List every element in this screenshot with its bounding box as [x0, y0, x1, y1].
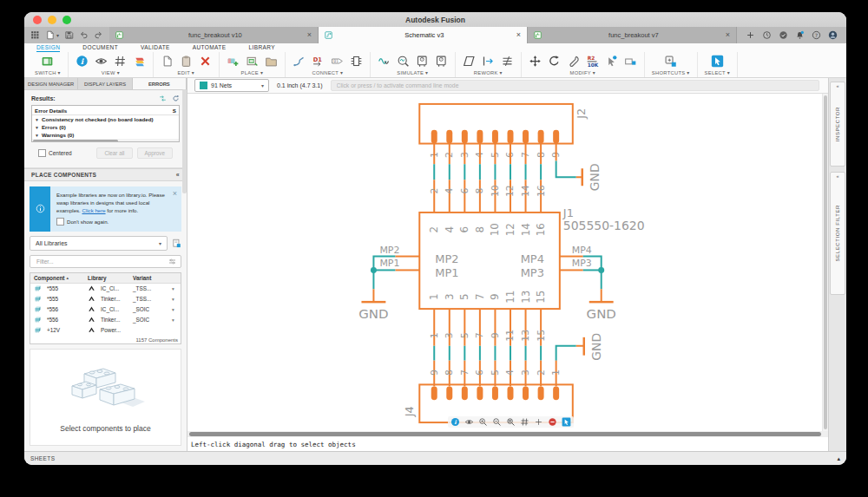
expand-triangle-icon[interactable]: ▼ — [35, 125, 39, 130]
info-icon[interactable]: i — [76, 55, 89, 68]
toolbar-group-label[interactable]: SHORTCUTS ▾ — [652, 70, 690, 75]
close-window-button[interactable] — [33, 16, 42, 24]
panel-tab-errors[interactable]: ERRORS — [133, 78, 187, 89]
menu-design[interactable]: DESIGN — [36, 43, 60, 52]
column-variant[interactable]: Variant — [133, 275, 169, 281]
user-status-icon[interactable] — [779, 30, 788, 40]
canvas-hscrollbar[interactable] — [187, 431, 828, 437]
place-components-header[interactable]: PLACE COMPONENTS « — [24, 168, 187, 181]
expand-sheets-icon[interactable]: ▴ — [837, 455, 840, 462]
sine-wave-icon[interactable] — [378, 55, 391, 68]
select-icon[interactable] — [711, 55, 724, 68]
approve-button[interactable]: Approve — [137, 147, 173, 159]
toolbar-group-label[interactable]: MODIFY ▾ — [570, 70, 595, 75]
menu-validate[interactable]: VALIDATE — [141, 43, 170, 52]
save-icon[interactable] — [64, 30, 74, 40]
panel-tab-design-manager[interactable]: DESIGN MANAGER — [24, 78, 78, 89]
undo-icon[interactable] — [79, 30, 89, 40]
component-row[interactable]: *556 Tinker... _SOIC ▾ — [30, 315, 181, 325]
close-tab-icon[interactable]: × — [307, 31, 312, 39]
component-row[interactable]: +12V Power... — [30, 325, 181, 336]
toolbar-group-label[interactable]: VIEW ▾ — [102, 70, 120, 75]
close-tab-icon[interactable]: × — [516, 31, 521, 39]
menu-library[interactable]: LIBRARY — [248, 43, 275, 52]
component-row[interactable]: *555 Tinker... _TSS... ▾ — [30, 294, 181, 304]
variant-caret-icon[interactable]: ▾ — [169, 297, 177, 302]
approve-errors-icon[interactable] — [159, 95, 167, 102]
notifications-bell-icon[interactable] — [795, 30, 805, 40]
panel-tab-selection-filter[interactable]: «SELECTION FILTER — [830, 172, 845, 295]
toolbar-group-label[interactable]: REWORK ▾ — [474, 70, 503, 75]
banner-link[interactable]: Click here — [82, 207, 105, 213]
delete-icon[interactable] — [199, 55, 212, 68]
expand-triangle-icon[interactable]: ▼ — [35, 133, 39, 138]
select-icon[interactable] — [562, 417, 571, 427]
place-device-icon[interactable] — [246, 55, 259, 68]
toolbar-group-label[interactable]: SIMULATE ▾ — [397, 70, 428, 75]
toolbar-group-label[interactable]: CONNECT ▾ — [312, 70, 343, 75]
zoom-in-icon[interactable] — [478, 417, 488, 427]
wire-icon[interactable] — [293, 55, 306, 68]
variant-caret-icon[interactable]: ▾ — [169, 307, 177, 312]
rotate-icon[interactable] — [548, 55, 561, 68]
multimeter-icon[interactable] — [416, 55, 429, 68]
apps-grid-icon[interactable] — [30, 30, 40, 40]
error-row[interactable]: ▼Errors (0) — [32, 123, 179, 131]
sheets-bar[interactable]: SHEETS ▴ — [24, 451, 846, 465]
probe-icon[interactable] — [397, 55, 410, 68]
name-label-icon[interactable]: D1 — [312, 55, 325, 68]
help-icon[interactable]: ? — [812, 30, 821, 40]
maximize-window-button[interactable] — [62, 16, 71, 24]
job-status-icon[interactable] — [762, 30, 772, 40]
column-library[interactable]: Library — [88, 275, 133, 281]
shortcut-icon[interactable] — [664, 55, 677, 68]
new-document-caret-icon[interactable]: ▾ — [56, 32, 59, 38]
menu-document[interactable]: DOCUMENT — [82, 43, 118, 52]
move-icon[interactable] — [529, 55, 542, 68]
variant-caret-icon[interactable]: ▾ — [169, 317, 177, 323]
new-document-icon[interactable] — [45, 30, 55, 40]
canvas-vscrollbar[interactable] — [822, 94, 828, 431]
eye-icon[interactable] — [95, 55, 108, 68]
pan-icon[interactable] — [534, 417, 543, 427]
multimeter-icon[interactable] — [435, 55, 448, 68]
collapse-panel-icon[interactable]: « — [176, 172, 180, 178]
toolbar-group-label[interactable]: SWITCH ▾ — [35, 70, 61, 75]
document-tab[interactable]: func_breakout v7 × — [528, 27, 737, 43]
net-port-icon[interactable] — [350, 55, 363, 68]
refresh-errors-icon[interactable] — [172, 95, 180, 102]
component-row[interactable]: *556 IC_Cl... _SOIC ▾ — [30, 304, 181, 315]
column-component[interactable]: Component▴ — [34, 275, 88, 281]
copy-icon[interactable] — [161, 55, 174, 68]
toolbar-group-label[interactable]: EDIT ▾ — [178, 70, 194, 75]
wrench-icon[interactable] — [567, 55, 580, 68]
document-tab[interactable]: Schematic v3 × — [319, 27, 528, 43]
filter-input[interactable] — [35, 258, 168, 265]
rename-icon[interactable] — [624, 55, 637, 68]
panel-tab-display-layers[interactable]: DISPLAY LAYERS — [78, 78, 132, 89]
paste-icon[interactable] — [180, 55, 193, 68]
filter-icon[interactable] — [168, 258, 176, 265]
redo-icon[interactable] — [94, 30, 103, 40]
value-stack-icon[interactable]: R210K — [586, 55, 599, 68]
grid-icon[interactable] — [520, 417, 529, 427]
polygon-icon[interactable] — [463, 55, 476, 68]
place-library-icon[interactable] — [265, 55, 278, 68]
document-tab[interactable]: func_breakout v10 × — [109, 27, 319, 43]
zoom-fit-icon[interactable] — [506, 417, 516, 427]
library-select[interactable]: All Libraries ▾ — [30, 236, 168, 251]
open-library-button[interactable] — [172, 239, 181, 248]
panel-tab-inspector[interactable]: «INSPECTOR — [830, 82, 845, 167]
clear-all-button[interactable]: Clear all — [96, 147, 132, 159]
left-panel-scrollbar[interactable] — [182, 89, 187, 193]
menu-automate[interactable]: AUTOMATE — [193, 43, 227, 52]
grid-icon[interactable] — [114, 55, 127, 68]
new-tab-icon[interactable] — [746, 30, 755, 40]
invoke-icon[interactable] — [482, 55, 495, 68]
value-tag-icon[interactable]: 01 — [331, 55, 344, 68]
error-row[interactable]: ▼Consistency not checked (no board loade… — [32, 115, 179, 123]
command-line-input[interactable] — [331, 80, 819, 91]
banner-close-icon[interactable]: × — [173, 189, 177, 198]
eye-icon[interactable] — [464, 417, 474, 427]
ripup-icon[interactable] — [501, 55, 514, 68]
